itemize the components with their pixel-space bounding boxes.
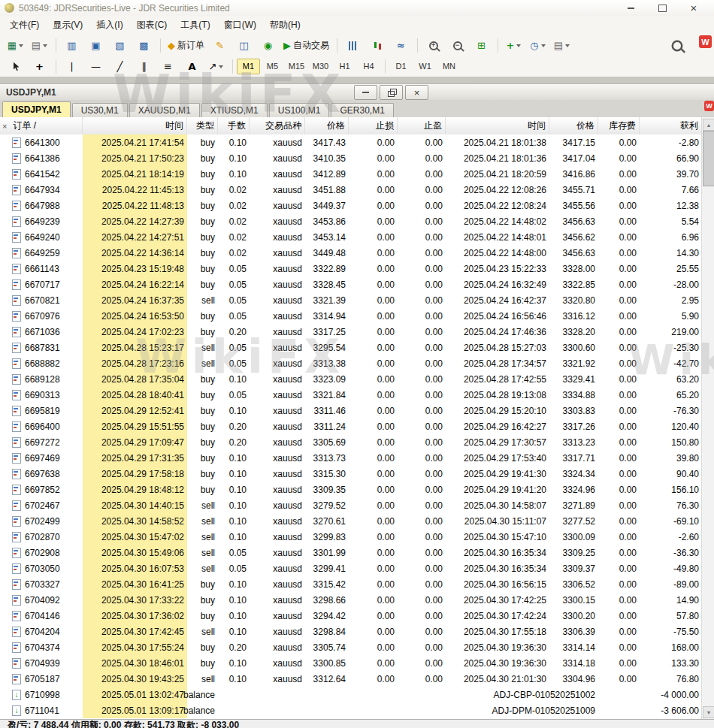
text-button[interactable]: A — [180, 58, 204, 76]
scroll-down-button[interactable]: ▼ — [703, 706, 714, 718]
table-row[interactable]: 66479882025.04.22 11:48:13buy0.02xauusd3… — [0, 198, 702, 213]
col-open_price[interactable]: 价格 — [305, 117, 349, 134]
indicators-button[interactable]: + — [502, 37, 525, 55]
search-button[interactable] — [665, 37, 688, 55]
table-row[interactable]: 66415422025.04.21 18:14:19buy0.10xauusd3… — [0, 166, 702, 182]
timeframe-h4[interactable]: H4 — [357, 59, 380, 74]
chart-restore-button[interactable] — [380, 85, 403, 100]
autotrading-button[interactable]: ▶自动交易 — [280, 37, 332, 55]
vertical-scrollbar[interactable]: ▲ ▼ — [701, 117, 714, 720]
table-row[interactable]: 66888822025.04.28 17:23:16sell0.05xauusd… — [0, 355, 702, 371]
table-row[interactable]: 67028702025.04.30 15:47:02sell0.10xauusd… — [0, 529, 702, 545]
new-order-button[interactable]: ◆新订单 — [165, 37, 207, 55]
chart-window-titlebar[interactable]: USDJPY,M1 × — [0, 83, 714, 101]
periods-button[interactable]: ◷ — [526, 37, 549, 55]
scrollbar-thumb[interactable] — [703, 131, 714, 186]
table-row[interactable]: 67024992025.04.30 14:58:52sell0.10xauusd… — [0, 513, 702, 529]
vertical-line-button[interactable]: | — [60, 58, 83, 76]
table-row[interactable]: 67024672025.04.30 14:40:15sell0.10xauusd… — [0, 497, 702, 513]
col-symbol[interactable]: 交易品种 — [250, 117, 305, 134]
strategy-tester-button[interactable]: ◫ — [232, 37, 256, 55]
table-row[interactable]: 67043742025.04.30 17:55:24buy0.20xauusd3… — [0, 639, 702, 655]
table-row[interactable]: 66958192025.04.29 12:52:41buy0.10xauusd3… — [0, 403, 702, 418]
timeframe-m1[interactable]: M1 — [237, 59, 260, 74]
col-type[interactable]: 类型 — [187, 117, 218, 134]
table-row[interactable]: 66413002025.04.21 17:41:54buy0.10xauusd3… — [0, 134, 702, 150]
table-row[interactable]: 66878312025.04.28 15:23:17sell0.05xauusd… — [0, 340, 702, 355]
col-close_price[interactable]: 价格 — [549, 117, 598, 134]
tab-ger30-m1[interactable]: GER30,M1 — [331, 103, 393, 117]
table-row[interactable]: 67041462025.04.30 17:36:02buy0.10xauusd3… — [0, 608, 702, 624]
tab-us100-m1[interactable]: US100,M1 — [269, 103, 330, 117]
table-row[interactable]: 67030502025.04.30 16:07:53sell0.05xauusd… — [0, 560, 702, 576]
balance-row[interactable]: ↓67109982025.05.01 13:02:47balanceADJ-CB… — [0, 687, 702, 702]
bar-chart-button[interactable] — [341, 37, 365, 55]
signals-button[interactable]: ◉ — [256, 37, 280, 55]
market-watch-button[interactable]: ▥ — [60, 37, 83, 55]
table-row[interactable]: 66492392025.04.22 14:27:39buy0.02xauusd3… — [0, 213, 702, 229]
table-row[interactable]: 66707172025.04.24 16:22:14buy0.05xauusd3… — [0, 276, 702, 292]
scroll-up-button[interactable]: ▲ — [703, 119, 714, 131]
table-row[interactable]: 67042042025.04.30 17:42:45sell0.10xauusd… — [0, 624, 702, 639]
zoom-out-button[interactable]: − — [446, 37, 469, 55]
col-profit[interactable]: 获利 — [640, 117, 702, 134]
timeframe-m15[interactable]: M15 — [285, 59, 308, 74]
close-button[interactable]: × — [678, 1, 709, 16]
data-window-button[interactable]: ▣ — [84, 37, 107, 55]
tab-xauusd-m1[interactable]: XAUUSD,M1 — [129, 103, 200, 117]
table-row[interactable]: 66413862025.04.21 17:50:23buy0.10xauusd3… — [0, 150, 702, 166]
table-row[interactable]: 67049392025.04.30 18:46:01buy0.10xauusd3… — [0, 655, 702, 671]
minimize-button[interactable] — [615, 1, 646, 16]
col-lots[interactable]: 手数 — [218, 117, 250, 134]
table-row[interactable]: 66492402025.04.22 14:27:51buy0.02xauusd3… — [0, 229, 702, 245]
timeframe-m5[interactable]: M5 — [261, 59, 284, 74]
table-row[interactable]: 66708212025.04.24 16:37:35sell0.05xauusd… — [0, 292, 702, 308]
zoom-in-button[interactable]: + — [422, 37, 445, 55]
menu-item[interactable]: 文件(F) — [3, 16, 46, 35]
menu-item[interactable]: 图表(C) — [130, 16, 174, 35]
timeframe-m30[interactable]: M30 — [309, 59, 332, 74]
table-row[interactable]: 67033272025.04.30 16:41:25buy0.10xauusd3… — [0, 576, 702, 592]
menu-item[interactable]: 显示(V) — [46, 16, 89, 35]
arrows-button[interactable]: ↗ — [204, 58, 228, 76]
balance-row[interactable]: ↓67110412025.05.01 13:09:17balanceADJ-DP… — [0, 702, 702, 718]
trendline-button[interactable]: ╱ — [108, 58, 132, 76]
col-swap[interactable]: 库存费 — [598, 117, 640, 134]
new-chart-button[interactable]: ▦ — [4, 37, 27, 55]
menu-item[interactable]: 帮助(H) — [263, 16, 307, 35]
chart-minimize-button[interactable] — [354, 85, 377, 100]
timeframe-d1[interactable]: D1 — [389, 59, 413, 74]
table-row[interactable]: 66978522025.04.29 18:48:12buy0.10xauusd3… — [0, 482, 702, 497]
table-row[interactable]: 66492592025.04.22 14:36:14buy0.02xauusd3… — [0, 245, 702, 261]
line-chart-button[interactable]: ≈ — [389, 37, 413, 55]
crosshair-button[interactable]: + — [28, 58, 51, 76]
table-row[interactable]: 66974692025.04.29 17:31:35buy0.10xauusd3… — [0, 450, 702, 466]
candlestick-button[interactable] — [365, 37, 389, 55]
templates-button[interactable]: ▤ — [550, 37, 573, 55]
table-row[interactable]: 66972722025.04.29 17:09:47buy0.20xauusd3… — [0, 434, 702, 450]
maximize-button[interactable] — [646, 1, 678, 16]
table-row[interactable]: 66479342025.04.22 11:45:13buy0.02xauusd3… — [0, 182, 702, 198]
tab-us30-m1[interactable]: US30,M1 — [72, 103, 128, 117]
table-row[interactable]: 67029082025.04.30 15:49:06sell0.05xauusd… — [0, 545, 702, 560]
table-row[interactable]: 66709762025.04.24 16:53:50buy0.05xauusd3… — [0, 308, 702, 324]
close-panel-button[interactable]: × — [2, 122, 7, 131]
col-close_time[interactable]: 时间 — [446, 117, 549, 134]
menu-item[interactable]: 插入(I) — [89, 16, 129, 35]
table-row[interactable]: 67051872025.04.30 19:43:25sell0.10xauusd… — [0, 671, 702, 687]
tab-xtiusd-m1[interactable]: XTIUSD,M1 — [201, 103, 268, 117]
channel-button[interactable]: ∥ — [132, 58, 156, 76]
table-row[interactable]: 66710362025.04.24 17:02:23buy0.20xauusd3… — [0, 324, 702, 340]
horizontal-line-button[interactable]: — — [84, 58, 107, 76]
table-row[interactable]: 67040922025.04.30 17:33:22buy0.10xauusd3… — [0, 592, 702, 608]
timeframe-h1[interactable]: H1 — [333, 59, 356, 74]
table-row[interactable]: 66903132025.04.28 18:40:41buy0.05xauusd3… — [0, 387, 702, 403]
timeframe-w1[interactable]: W1 — [413, 59, 437, 74]
table-row[interactable]: 66976382025.04.29 17:58:18buy0.10xauusd3… — [0, 466, 702, 482]
chart-close-button[interactable]: × — [405, 85, 428, 100]
menu-item[interactable]: 窗口(W) — [217, 16, 263, 35]
table-row[interactable]: 66891282025.04.28 17:35:04buy0.10xauusd3… — [0, 371, 702, 387]
table-row[interactable]: 66964002025.04.29 15:51:55buy0.20xauusd3… — [0, 418, 702, 434]
col-open_time[interactable]: 时间 — [83, 117, 187, 134]
col-tp[interactable]: 止盈 — [398, 117, 446, 134]
